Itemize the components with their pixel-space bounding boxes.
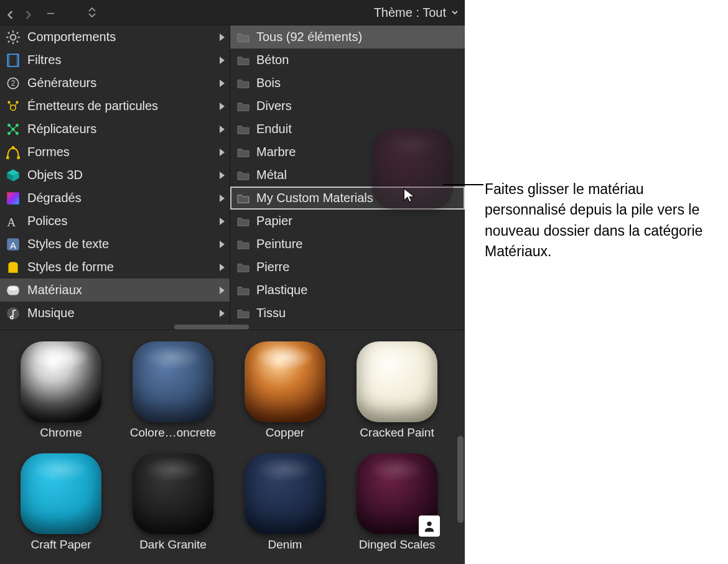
sidebar-item-label: Générateurs: [27, 76, 213, 90]
subcategory-list[interactable]: Tous (92 éléments) Béton Bois Divers End…: [230, 25, 465, 330]
sidebar-item-formes[interactable]: Formes: [0, 141, 230, 164]
material-label: Dark Granite: [139, 538, 207, 552]
sidebar-item-label: Dégradés: [27, 191, 213, 205]
chevron-right-icon: [220, 195, 225, 202]
chevron-right-icon: [220, 149, 225, 156]
sidebar-item-emetteurs[interactable]: Émetteurs de particules: [0, 95, 230, 118]
nav-back-button[interactable]: [6, 8, 15, 17]
chevron-right-icon: [220, 287, 225, 294]
material-label: Denim: [268, 538, 302, 552]
sidebar-item-polices[interactable]: A Polices: [0, 210, 230, 233]
browser-split: Comportements Filtres 2 Générateurs Émet…: [0, 25, 465, 330]
library-panel: – Thème : Tout Comportements Filtres: [0, 0, 465, 564]
folder-icon: [236, 216, 250, 227]
sidebar-item-label: Objets 3D: [27, 168, 213, 182]
subcat-item-metal[interactable]: Métal: [230, 164, 465, 187]
sidebar-item-label: Émetteurs de particules: [27, 99, 213, 113]
material-item-chrome[interactable]: Chrome: [11, 341, 111, 440]
chevron-right-icon: [220, 126, 225, 133]
material-label: Cracked Paint: [360, 426, 434, 440]
sidebar-item-stylesforme[interactable]: Styles de forme: [0, 256, 230, 279]
sidebar-item-label: Réplicateurs: [27, 122, 213, 136]
user-badge-icon: [419, 515, 440, 537]
sidebar-item-comportements[interactable]: Comportements: [0, 25, 230, 49]
sidebar-item-label: Matériaux: [27, 283, 213, 297]
topbar: – Thème : Tout: [0, 0, 465, 25]
history-toggle[interactable]: [88, 6, 96, 19]
subcat-item-custom[interactable]: My Custom Materials: [230, 187, 465, 210]
material-label: Craft Paper: [30, 538, 91, 552]
subcat-item-marbre[interactable]: Marbre: [230, 141, 465, 164]
chevron-right-icon: [220, 241, 225, 248]
material-thumb: [133, 341, 213, 422]
material-item-dingedscales[interactable]: Dinged Scales: [347, 453, 447, 552]
nav-forward-button[interactable]: [24, 8, 32, 17]
cube3d-icon: [5, 167, 21, 183]
svg-rect-11: [16, 54, 18, 67]
chevron-right-icon: [220, 103, 225, 110]
sidebar-item-label: Filtres: [27, 53, 213, 67]
annotation-callout: Faites glisser le matériau personnalisé …: [443, 179, 721, 262]
subcat-item-divers[interactable]: Divers: [230, 95, 465, 118]
folder-icon: [236, 308, 250, 319]
subcat-label: Pierre: [256, 260, 289, 274]
sidebar-item-materiaux[interactable]: Matériaux: [0, 279, 230, 302]
sidebar-item-filtres[interactable]: Filtres: [0, 49, 230, 72]
sidebar-item-generateurs[interactable]: 2 Générateurs: [0, 72, 230, 95]
material-thumb: [357, 341, 437, 422]
subcat-label: Divers: [256, 99, 292, 113]
subcat-label: Tous (92 éléments): [256, 30, 362, 44]
svg-line-8: [17, 32, 18, 33]
folder-icon: [236, 239, 250, 250]
chevron-right-icon: [220, 80, 225, 87]
material-item-darkgranite[interactable]: Dark Granite: [123, 453, 223, 552]
subcat-label: Papier: [256, 214, 292, 228]
subcat-item-all[interactable]: Tous (92 éléments): [230, 25, 465, 49]
subcat-item-tissu[interactable]: Tissu: [230, 302, 465, 325]
material-thumb: [245, 341, 325, 422]
svg-text:A: A: [10, 239, 17, 250]
material-item-craftpaper[interactable]: Craft Paper: [11, 453, 111, 552]
horizontal-scrollbar[interactable]: [174, 325, 249, 330]
sidebar-item-label: Styles de texte: [27, 237, 213, 251]
sidebar-item-stylestexte[interactable]: A Styles de texte: [0, 233, 230, 256]
material-item-concrete[interactable]: Colore…oncrete: [123, 341, 223, 440]
folder-icon: [236, 147, 250, 158]
material-icon: [5, 282, 21, 298]
vertical-scrollbar[interactable]: [457, 436, 464, 523]
svg-rect-10: [7, 54, 9, 67]
sidebar-item-replicateurs[interactable]: Réplicateurs: [0, 118, 230, 141]
subcat-item-enduit[interactable]: Enduit: [230, 118, 465, 141]
material-item-crackedpaint[interactable]: Cracked Paint: [347, 341, 447, 440]
sidebar-item-musique[interactable]: Musique: [0, 302, 230, 325]
sidebar-item-degrades[interactable]: Dégradés: [0, 187, 230, 210]
sidebar-item-label: Musique: [27, 306, 213, 320]
svg-point-0: [11, 34, 16, 40]
svg-point-41: [427, 522, 431, 526]
theme-label: Thème : Tout: [374, 6, 446, 20]
material-item-denim[interactable]: Denim: [235, 453, 335, 552]
svg-rect-26: [6, 156, 9, 159]
subcat-label: Peinture: [256, 237, 303, 251]
gradient-icon: [5, 190, 21, 206]
material-item-copper[interactable]: Copper: [235, 341, 335, 440]
subcat-label: Marbre: [256, 145, 296, 159]
material-grid[interactable]: Chrome Colore…oncrete Copper Cracked Pai…: [0, 330, 465, 564]
material-thumb: [357, 453, 437, 534]
subcat-item-bois[interactable]: Bois: [230, 72, 465, 95]
subcat-item-pierre[interactable]: Pierre: [230, 256, 465, 279]
sidebar-item-objets3d[interactable]: Objets 3D: [0, 164, 230, 187]
sidebar-item-label: Comportements: [27, 30, 213, 44]
subcat-label: My Custom Materials: [256, 191, 373, 205]
subcat-item-peinture[interactable]: Peinture: [230, 233, 465, 256]
subcat-item-plastique[interactable]: Plastique: [230, 279, 465, 302]
material-thumb: [21, 341, 101, 422]
svg-point-15: [7, 101, 10, 103]
folder-icon: [236, 32, 250, 43]
chevron-right-icon: [220, 218, 225, 225]
category-sidebar[interactable]: Comportements Filtres 2 Générateurs Émet…: [0, 25, 230, 330]
subcat-item-papier[interactable]: Papier: [230, 210, 465, 233]
theme-dropdown[interactable]: Thème : Tout: [374, 6, 459, 20]
subcat-item-beton[interactable]: Béton: [230, 49, 465, 72]
gear-icon: [5, 29, 21, 45]
